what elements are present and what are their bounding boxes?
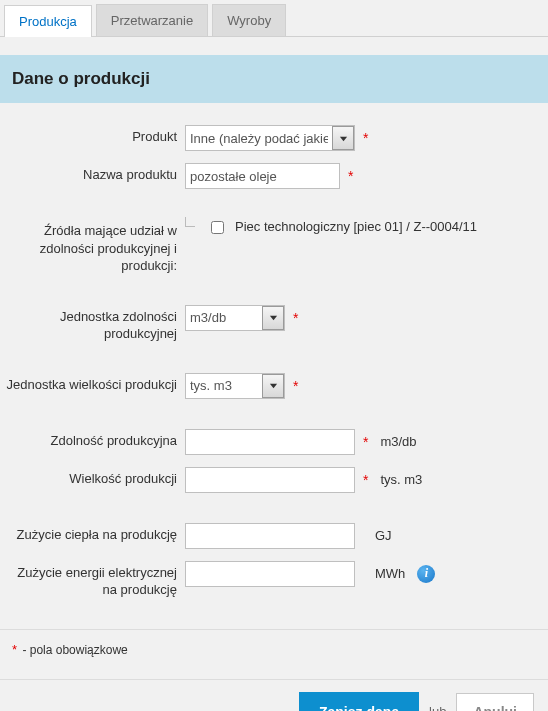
required-mark: * — [361, 130, 370, 146]
cancel-button[interactable]: Anuluj — [456, 693, 534, 711]
section-title: Dane o produkcji — [0, 55, 548, 103]
required-mark: * — [361, 472, 370, 488]
product-name-input[interactable] — [185, 163, 340, 189]
source-option-label: Piec technologiczny [piec 01] / Z--0004/… — [235, 219, 477, 234]
tab-produkcja[interactable]: Produkcja — [4, 5, 92, 37]
product-label: Produkt — [0, 123, 185, 146]
capacity-unit-select[interactable]: m3/db — [185, 305, 285, 331]
electricity-unit-text: MWh — [361, 566, 405, 581]
heat-label: Zużycie ciepła na produkcję — [0, 521, 185, 544]
required-mark: * — [291, 378, 300, 394]
required-mark: * — [10, 642, 19, 657]
product-name-label: Nazwa produktu — [0, 161, 185, 184]
electricity-label: Zużycie energii elektrycznej na produkcj… — [0, 559, 185, 599]
tab-wyroby[interactable]: Wyroby — [212, 4, 286, 36]
required-note: * - pola obowiązkowe — [0, 630, 548, 679]
volume-input[interactable] — [185, 467, 355, 493]
capacity-unit-label: Jednostka zdolności produkcyjnej — [0, 303, 185, 343]
volume-unit-select[interactable]: tys. m3 — [185, 373, 285, 399]
tabs: Produkcja Przetwarzanie Wyroby — [0, 0, 548, 37]
heat-unit-text: GJ — [361, 528, 392, 543]
capacity-unit-text: m3/db — [376, 434, 416, 449]
volume-unit-label: Jednostka wielkości produkcji — [0, 371, 185, 394]
product-select[interactable]: Inne (należy podać jakie) — [185, 125, 355, 151]
volume-unit-text: tys. m3 — [376, 472, 422, 487]
electricity-input[interactable] — [185, 561, 355, 587]
required-mark: * — [291, 310, 300, 326]
button-bar: Zapisz dane lub Anuluj — [0, 679, 548, 711]
capacity-input[interactable] — [185, 429, 355, 455]
tab-przetwarzanie[interactable]: Przetwarzanie — [96, 4, 208, 36]
tree-corner-icon — [185, 217, 195, 227]
info-icon[interactable]: i — [417, 565, 435, 583]
form: Produkt Inne (należy podać jakie) * Nazw… — [0, 103, 548, 623]
source-checkbox[interactable] — [211, 221, 224, 234]
heat-input[interactable] — [185, 523, 355, 549]
required-mark: * — [346, 168, 355, 184]
save-button[interactable]: Zapisz dane — [299, 692, 419, 711]
volume-label: Wielkość produkcji — [0, 465, 185, 488]
or-text: lub — [429, 704, 446, 711]
sources-label: Źródła mające udział w zdolności produkc… — [0, 217, 185, 275]
required-mark: * — [361, 434, 370, 450]
capacity-label: Zdolność produkcyjna — [0, 427, 185, 450]
required-note-text: - pola obowiązkowe — [19, 643, 128, 657]
